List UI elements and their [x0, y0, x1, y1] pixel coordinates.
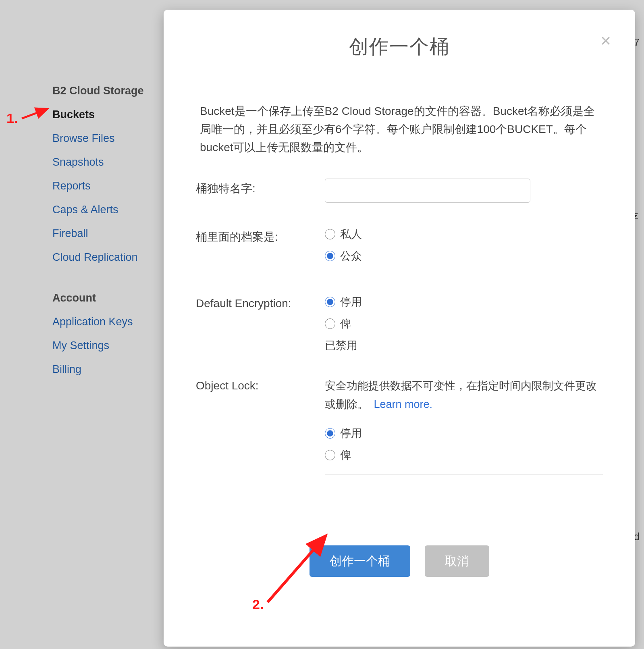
label-object-lock: Object Lock: — [196, 377, 325, 497]
radio-encryption-enable-label: 俾 — [340, 316, 351, 331]
radio-lock-enable-label: 俾 — [340, 448, 351, 462]
radio-lock-enable[interactable]: 俾 — [325, 448, 603, 462]
create-bucket-modal: × 创作一个桶 Bucket是一个保存上传至B2 Cloud Storage的文… — [164, 10, 635, 647]
object-lock-desc-text: 安全功能提供数据不可变性，在指定时间内限制文件更改或删除。 — [325, 380, 597, 410]
radio-lock-enable-input[interactable] — [325, 450, 335, 460]
radio-files-private[interactable]: 私人 — [325, 227, 603, 241]
radio-files-public-label: 公众 — [340, 249, 362, 263]
modal-description: Bucket是一个保存上传至B2 Cloud Storage的文件的容器。Buc… — [196, 102, 603, 156]
radio-encryption-disable-label: 停用 — [340, 295, 362, 309]
radio-files-private-input[interactable] — [325, 229, 335, 239]
label-bucket-files: 桶里面的档案是: — [196, 227, 325, 270]
radio-lock-disable[interactable]: 停用 — [325, 426, 603, 441]
cancel-button[interactable]: 取消 — [425, 545, 489, 577]
object-lock-divider — [325, 474, 603, 475]
modal-title: 创作一个桶 — [192, 34, 607, 60]
label-bucket-name: 桶独特名字: — [196, 179, 325, 203]
bucket-name-input[interactable] — [325, 179, 530, 203]
radio-files-private-label: 私人 — [340, 227, 362, 241]
modal-divider-top — [192, 80, 607, 80]
radio-files-public-input[interactable] — [325, 251, 335, 261]
object-lock-description: 安全功能提供数据不可变性，在指定时间内限制文件更改或删除。 Learn more… — [325, 377, 603, 414]
close-icon[interactable]: × — [600, 32, 611, 50]
row-bucket-name: 桶独特名字: — [196, 179, 603, 203]
row-default-encryption: Default Encryption: 停用 俾 已禁用 — [196, 295, 603, 353]
radio-encryption-enable-input[interactable] — [325, 318, 335, 329]
radio-lock-disable-input[interactable] — [325, 428, 335, 439]
encryption-disabled-note: 已禁用 — [325, 338, 603, 353]
radio-files-public[interactable]: 公众 — [325, 249, 603, 263]
radio-encryption-enable[interactable]: 俾 — [325, 316, 603, 331]
label-default-encryption: Default Encryption: — [196, 295, 325, 353]
radio-encryption-disable[interactable]: 停用 — [325, 295, 603, 309]
learn-more-link[interactable]: Learn more. — [374, 398, 433, 410]
create-bucket-button[interactable]: 创作一个桶 — [310, 545, 410, 577]
modal-footer: 创作一个桶 取消 — [192, 545, 607, 577]
row-object-lock: Object Lock: 安全功能提供数据不可变性，在指定时间内限制文件更改或删… — [196, 377, 603, 497]
radio-encryption-disable-input[interactable] — [325, 297, 335, 307]
row-bucket-files: 桶里面的档案是: 私人 公众 — [196, 227, 603, 270]
radio-lock-disable-label: 停用 — [340, 426, 362, 441]
